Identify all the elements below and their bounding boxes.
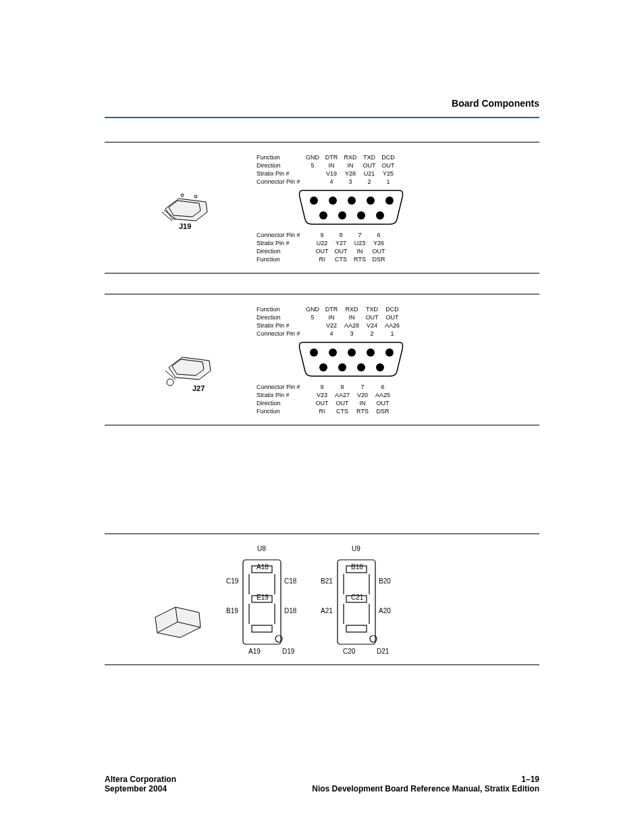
svg-point-10 [338,211,346,219]
svg-rect-39 [346,625,367,632]
svg-point-18 [367,348,375,357]
page-header: Board Components [105,98,539,118]
col-3: RXDINY283 [341,153,360,186]
col-2: TXDOUTU212 [360,153,379,186]
footer-page: 1–19 [521,775,539,784]
footer-corp: Altera Corporation [105,775,176,784]
connector-label-j27: J27 [192,384,205,392]
svg-point-21 [338,363,346,371]
svg-rect-30 [252,625,272,632]
db9-pin-diagram [297,339,405,382]
svg-point-12 [376,211,384,219]
svg-point-6 [348,197,356,205]
svg-point-4 [310,197,318,205]
footer-date: September 2004 [105,784,167,793]
svg-point-3 [194,195,197,198]
col-5: GND5 [303,153,322,170]
svg-point-8 [385,197,394,205]
svg-point-17 [348,348,356,357]
connector-label-j19: J19 [179,222,191,230]
svg-point-20 [319,363,327,371]
bcol-6: 6Y26OUTDSR [369,231,388,263]
page-footer: Altera Corporation September 2004 1–19 N… [105,775,539,793]
figure-j27: J27 FunctionDirectionStratix Pin #Connec… [105,294,539,425]
col-1: DCDOUTY251 [379,153,398,186]
bcol-7: 7U23INRTS [350,231,369,263]
svg-point-9 [319,211,327,219]
bottom-row-labels: Connector Pin #Stratix Pin #DirectionFun… [257,383,300,415]
top-row-labels: FunctionDirectionStratix Pin #Connector … [257,305,300,338]
svg-point-11 [357,211,365,219]
col-4: DTRINV194 [322,153,341,186]
svg-point-22 [357,363,365,371]
footer-manual: Nios Development Board Reference Manual,… [312,784,539,793]
svg-point-16 [329,348,337,357]
svg-point-7 [367,197,375,205]
svg-point-14 [167,379,173,386]
svg-point-23 [376,363,384,371]
u9-label: U9 [352,545,360,552]
db9-pin-diagram [297,187,405,230]
led-module-icon [152,600,206,644]
svg-point-15 [310,348,318,357]
bottom-row-labels: Connector Pin # Stratix Pin # Direction … [257,231,300,263]
bcol-8: 8Y27OUTCTS [331,231,350,263]
u8-label: U8 [257,545,266,552]
svg-point-2 [181,194,184,197]
svg-point-5 [329,197,337,205]
figure-seven-seg: U8 A18 C19 C18 E19 B19 [105,533,539,665]
figure-j19: J19 Function Direction Stratix Pin # Con… [105,142,539,273]
top-row-labels: Function Direction Stratix Pin # Connect… [257,153,300,186]
svg-point-19 [385,348,394,357]
bcol-9: 9U22OUTRI [313,231,331,263]
